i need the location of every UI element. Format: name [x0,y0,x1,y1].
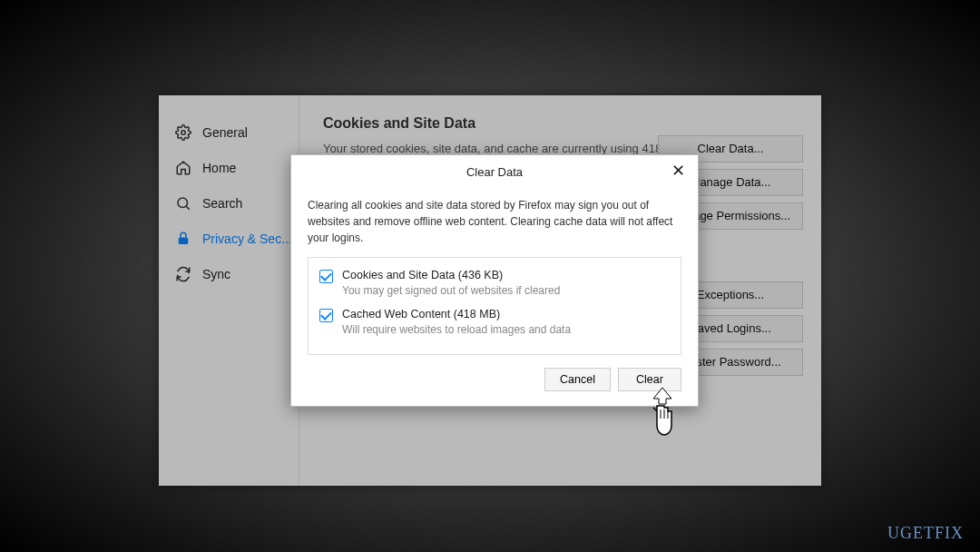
checkbox-cache[interactable] [319,309,333,322]
dialog-title: Clear Data [466,165,523,179]
watermark: UGETFIX [887,524,964,543]
dialog-text: Clearing all cookies and site data store… [308,197,681,246]
option-cookies-row: Cookies and Site Data (436 KB) You may g… [319,269,670,297]
dialog-header: Clear Data ✕ [291,155,698,190]
checkbox-cookies[interactable] [319,270,333,283]
option-cookies-label: Cookies and Site Data (436 KB) [342,269,560,281]
close-button[interactable]: ✕ [667,161,689,182]
cancel-button[interactable]: Cancel [544,368,611,391]
option-cache-label: Cached Web Content (418 MB) [342,308,571,320]
clear-data-dialog: Clear Data ✕ Clearing all cookies and si… [290,154,699,407]
option-cache-sublabel: Will require websites to reload images a… [342,323,571,336]
dialog-body: Clearing all cookies and site data store… [291,190,698,406]
clear-button[interactable]: Clear [618,368,681,391]
option-cookies-sublabel: You may get signed out of websites if cl… [342,284,560,297]
option-cache-row: Cached Web Content (418 MB) Will require… [319,308,670,336]
dialog-button-row: Cancel Clear [308,368,681,391]
options-group: Cookies and Site Data (436 KB) You may g… [308,257,681,355]
